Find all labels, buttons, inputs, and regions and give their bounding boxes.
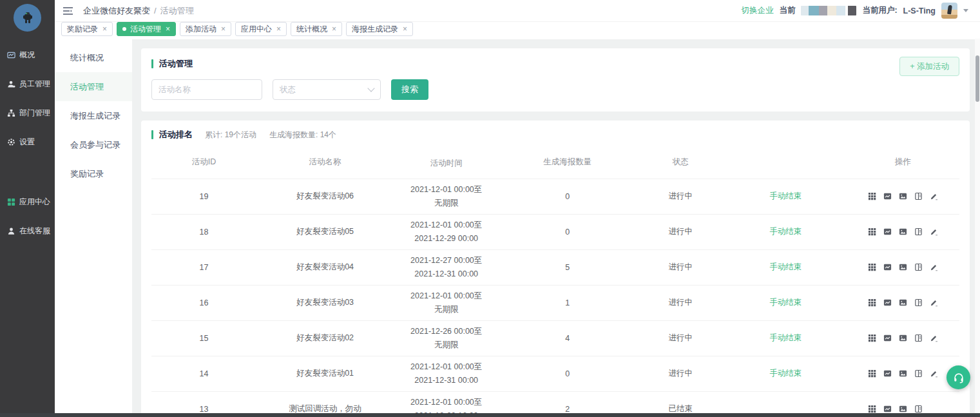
nav-item-settings[interactable]: 设置 bbox=[0, 128, 55, 157]
image-icon[interactable] bbox=[899, 298, 907, 307]
tab-activity-management[interactable]: 活动管理 × bbox=[117, 22, 176, 36]
time-start: 2021-12-01 00:00至 bbox=[394, 183, 499, 197]
current-company-label: 当前 bbox=[779, 5, 795, 16]
total-posters-stat: 生成海报数量: 14个 bbox=[269, 130, 336, 141]
tab-stats-overview[interactable]: 统计概况 × bbox=[291, 22, 342, 36]
cell-activity-time: 2021-12-26 00:00至 无期限 bbox=[394, 325, 499, 351]
col-status: 状态 bbox=[636, 157, 725, 170]
add-activity-button[interactable]: + 添加活动 bbox=[899, 57, 959, 76]
edit-pencil-icon[interactable] bbox=[930, 263, 938, 271]
data-board-icon[interactable] bbox=[883, 228, 892, 236]
poster-layout-icon[interactable] bbox=[914, 405, 923, 413]
cell-poster-count: 4 bbox=[499, 334, 636, 343]
nav-item-overview[interactable]: 概况 bbox=[0, 41, 55, 70]
close-icon[interactable]: × bbox=[102, 25, 107, 33]
cell-status: 进行中 bbox=[636, 368, 725, 379]
tab-reward-records[interactable]: 奖励记录 × bbox=[61, 22, 113, 36]
logo[interactable] bbox=[0, 0, 55, 35]
image-icon[interactable] bbox=[899, 228, 907, 236]
cell-poster-count: 0 bbox=[499, 192, 636, 201]
user-avatar[interactable] bbox=[941, 3, 957, 19]
close-icon[interactable]: × bbox=[166, 25, 170, 33]
sidebar-item-poster-records[interactable]: 海报生成记录 bbox=[55, 101, 132, 130]
manual-end-link[interactable]: 手动结束 bbox=[769, 227, 802, 236]
tab-app-center[interactable]: 应用中心 × bbox=[235, 22, 287, 36]
data-board-icon[interactable] bbox=[883, 334, 892, 342]
edit-pencil-icon[interactable] bbox=[930, 334, 938, 342]
qrcode-grid-icon[interactable] bbox=[868, 263, 876, 271]
time-end: 无期限 bbox=[394, 303, 499, 316]
current-user-name: L-S-Ting bbox=[903, 6, 936, 15]
edit-pencil-icon[interactable] bbox=[930, 192, 938, 200]
activity-name-input[interactable] bbox=[151, 79, 262, 100]
nav-item-online-support[interactable]: 在线客服 bbox=[0, 217, 55, 246]
chevron-down-icon[interactable] bbox=[963, 9, 968, 12]
data-board-icon[interactable] bbox=[883, 405, 892, 413]
image-icon[interactable] bbox=[899, 192, 907, 200]
menu-collapse-icon[interactable] bbox=[62, 6, 73, 15]
qrcode-grid-icon[interactable] bbox=[868, 298, 876, 307]
qrcode-grid-icon[interactable] bbox=[868, 405, 876, 413]
cell-activity-id: 13 bbox=[151, 405, 256, 414]
poster-layout-icon[interactable] bbox=[914, 192, 923, 200]
col-activity-id: 活动ID bbox=[151, 157, 256, 170]
edit-pencil-icon[interactable] bbox=[930, 298, 938, 307]
edit-pencil-icon[interactable] bbox=[930, 228, 938, 236]
manual-end-link[interactable]: 手动结束 bbox=[769, 298, 802, 307]
sidebar-item-reward-records[interactable]: 奖励记录 bbox=[55, 159, 132, 188]
sidebar-item-activity-management[interactable]: 活动管理 bbox=[55, 72, 132, 101]
time-start: 2021-12-01 00:00至 bbox=[394, 289, 499, 303]
breadcrumb-root[interactable]: 企业微信好友聚变 bbox=[83, 5, 150, 17]
tab-label: 添加活动 bbox=[186, 24, 216, 35]
qrcode-grid-icon[interactable] bbox=[868, 334, 876, 342]
data-board-icon[interactable] bbox=[883, 263, 892, 271]
scrollbar-thumb[interactable] bbox=[975, 55, 979, 102]
sidebar-item-stats-overview[interactable]: 统计概况 bbox=[55, 43, 132, 72]
customer-service-fab[interactable] bbox=[946, 365, 970, 389]
cell-activity-name: 好友裂变活动04 bbox=[256, 262, 394, 273]
qrcode-grid-icon[interactable] bbox=[868, 228, 876, 236]
switch-company-link[interactable]: 切换企业 bbox=[741, 5, 773, 16]
poster-layout-icon[interactable] bbox=[914, 369, 923, 378]
dashboard-icon bbox=[7, 51, 15, 59]
data-board-icon[interactable] bbox=[883, 369, 892, 378]
manual-end-link[interactable]: 手动结束 bbox=[769, 333, 802, 342]
tab-add-activity[interactable]: 添加活动 × bbox=[180, 22, 231, 36]
table-row: 15 好友裂变活动02 2021-12-26 00:00至 无期限 4 进行中 … bbox=[151, 320, 959, 356]
qrcode-grid-icon[interactable] bbox=[868, 369, 876, 378]
employee-icon bbox=[7, 80, 15, 88]
breadcrumb-separator: / bbox=[154, 6, 157, 15]
edit-pencil-icon[interactable] bbox=[930, 369, 938, 378]
data-board-icon[interactable] bbox=[883, 298, 892, 307]
manual-end-link[interactable]: 手动结束 bbox=[769, 191, 802, 200]
col-activity-name: 活动名称 bbox=[256, 157, 394, 170]
cell-activity-name: 好友裂变活动01 bbox=[256, 368, 394, 379]
nav-item-app-center[interactable]: 应用中心 bbox=[0, 188, 55, 217]
nav-item-employee-management[interactable]: 员工管理 bbox=[0, 70, 55, 99]
close-icon[interactable]: × bbox=[332, 25, 336, 33]
status-select[interactable]: 状态 bbox=[273, 79, 381, 100]
cell-status: 进行中 bbox=[636, 191, 725, 202]
close-icon[interactable]: × bbox=[221, 25, 226, 33]
manual-end-link[interactable]: 手动结束 bbox=[769, 369, 802, 378]
tab-poster-records[interactable]: 海报生成记录 × bbox=[346, 22, 413, 36]
data-board-icon[interactable] bbox=[883, 192, 892, 200]
manual-end-link[interactable]: 手动结束 bbox=[769, 262, 802, 271]
qrcode-grid-icon[interactable] bbox=[868, 192, 876, 200]
poster-layout-icon[interactable] bbox=[914, 263, 923, 271]
close-icon[interactable]: × bbox=[276, 25, 281, 33]
image-icon[interactable] bbox=[899, 334, 907, 342]
close-icon[interactable]: × bbox=[403, 25, 407, 33]
image-icon[interactable] bbox=[899, 405, 907, 413]
poster-layout-icon[interactable] bbox=[914, 228, 923, 236]
nav-item-department-management[interactable]: 部门管理 bbox=[0, 99, 55, 128]
vertical-scrollbar[interactable] bbox=[975, 39, 980, 413]
time-end: 2021-12-31 00:00 bbox=[394, 374, 499, 387]
image-icon[interactable] bbox=[899, 369, 907, 378]
image-icon[interactable] bbox=[899, 263, 907, 271]
sidebar-item-member-participation[interactable]: 会员参与记录 bbox=[55, 130, 132, 159]
poster-layout-icon[interactable] bbox=[914, 334, 923, 342]
poster-layout-icon[interactable] bbox=[914, 298, 923, 307]
search-button[interactable]: 搜索 bbox=[391, 79, 428, 100]
tab-label: 活动管理 bbox=[130, 24, 161, 35]
